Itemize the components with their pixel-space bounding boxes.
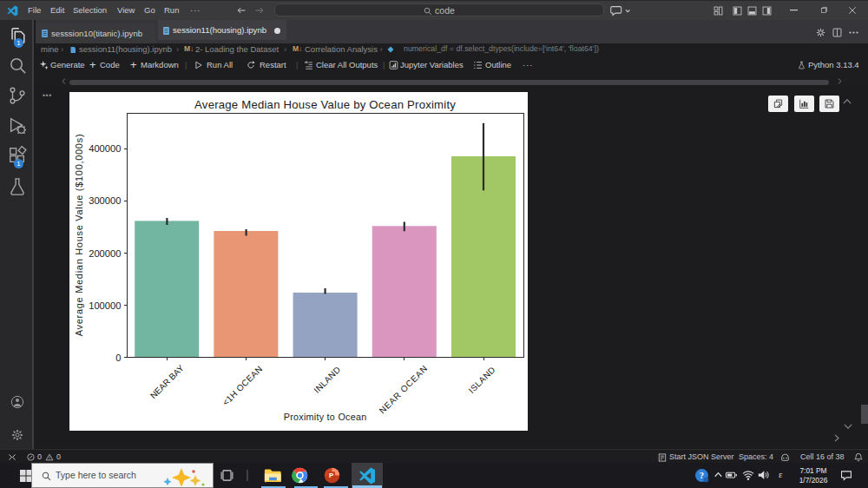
svg-text:400000: 400000 [89,143,121,154]
svg-text:100000: 100000 [89,300,121,311]
svg-text:Average Median House Value ($1: Average Median House Value ($100,000s) [74,134,84,337]
svg-text:ISLAND: ISLAND [467,365,497,395]
svg-text:Proximity to Ocean: Proximity to Ocean [284,412,367,422]
svg-text:<1H OCEAN: <1H OCEAN [220,364,264,407]
svg-text:Average Median House Value by: Average Median House Value by Ocean Prox… [194,98,456,111]
svg-text:300000: 300000 [89,195,121,206]
svg-text:0: 0 [115,353,121,363]
svg-text:P: P [329,472,333,479]
svg-text:INLAND: INLAND [312,365,342,395]
svg-text:200000: 200000 [89,248,121,259]
svg-text:NEAR OCEAN: NEAR OCEAN [378,363,430,415]
svg-text:NEAR BAY: NEAR BAY [148,363,186,400]
svg-text:?: ? [700,471,704,480]
